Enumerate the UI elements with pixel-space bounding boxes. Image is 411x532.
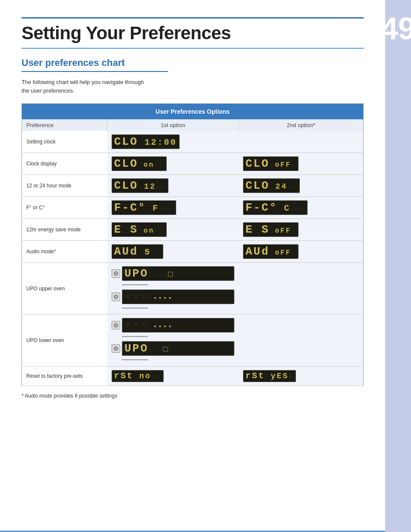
page-container: Setting Your Preferences User preference… <box>0 0 411 532</box>
col-opt2-header: 2nd option* <box>239 119 364 131</box>
col-opt1-header: 1st option <box>107 119 239 131</box>
section-underline <box>22 71 168 72</box>
row-label-energy-save: 12hr energy save mode <box>22 219 107 241</box>
row-label-fc: F° or C° <box>22 197 107 219</box>
row-label-upo-upper: UPO upper oven <box>22 263 107 314</box>
table-row: UPO upper oven UPO▪▪▪▪□ ▪▪▪▪▪▪▪▪▪▪▪▪▪▪▪▪… <box>22 263 364 314</box>
row-label-reset: Reset to factory pre-sets <box>22 366 107 386</box>
row-opt2-audio: AUd oFF▪ <box>239 241 364 263</box>
row-opt1-hour-mode: CLO 12▪▪ <box>107 175 239 197</box>
footnote: * Audio mode provides 6 possible setting… <box>22 393 364 399</box>
col-preference-header: Preference <box>22 119 107 131</box>
table-row: UPO lower oven ▪▪▪ ▪▪▪▪ ▪▪▪▪▪▪▪▪▪▪▪▪▪▪▪▪… <box>22 314 364 366</box>
row-opt1-reset: rSt no▪▪ <box>107 366 239 386</box>
row-label-upo-lower: UPO lower oven <box>22 314 107 366</box>
row-opt2-upo-lower <box>239 314 364 366</box>
table-row: Clock display CLO on▪▪ CLO oFF▪ <box>22 153 364 175</box>
table-row: Reset to factory pre-sets rSt no▪▪ rSt y… <box>22 366 364 386</box>
page-title: Setting Your Preferences <box>22 23 364 44</box>
row-opt2-energy-save: E□S oFF▪ <box>239 219 364 241</box>
section-heading: User preferences chart <box>22 57 364 68</box>
table-row: Audio mode* AUd 5▪▪ AUd oFF▪ <box>22 241 364 263</box>
row-opt1-upo-lower: ▪▪▪ ▪▪▪▪ ▪▪▪▪▪▪▪▪▪▪▪▪▪▪▪▪▪▪▪ UPO▪▪▪□ <box>107 314 239 366</box>
row-label-clock-display: Clock display <box>22 153 107 175</box>
row-opt1-fc: F-C° F▪▪▪ <box>107 197 239 219</box>
row-opt2-upo-upper <box>239 263 364 314</box>
top-divider <box>22 17 364 19</box>
table-row: 12 or 24 hour mode CLO 12▪▪ CLO 24▪▪ <box>22 175 364 197</box>
row-label-hour-mode: 12 or 24 hour mode <box>22 175 107 197</box>
preferences-table: User Preferences Options Preference 1st … <box>22 103 364 386</box>
page-number: 49 <box>381 13 411 44</box>
row-opt1-audio: AUd 5▪▪ <box>107 241 239 263</box>
row-opt1-setting-clock: CLO 12:00 <box>107 131 239 153</box>
row-opt1-upo-upper: UPO▪▪▪▪□ ▪▪▪▪▪▪▪▪▪▪▪▪▪▪▪▪▪▪▪ ▪▪▪ ▪▪▪▪ <box>107 263 239 314</box>
row-opt2-reset: rSt yES▪ <box>239 366 364 386</box>
row-opt1-clock-display: CLO on▪▪ <box>107 153 239 175</box>
sidebar: 49 <box>385 0 411 532</box>
table-row: F° or C° F-C° F▪▪▪ F-C° C▪▪▪ <box>22 197 364 219</box>
table-row: 12hr energy save mode E□S on▪▪ E□S oFF▪ <box>22 219 364 241</box>
row-opt2-clock-display: CLO oFF▪ <box>239 153 364 175</box>
row-opt1-energy-save: E□S on▪▪ <box>107 219 239 241</box>
row-opt2-setting-clock <box>239 131 364 153</box>
table-header: User Preferences Options <box>22 104 364 120</box>
row-label-setting-clock: Setting clock <box>22 131 107 153</box>
main-content: Setting Your Preferences User preference… <box>0 0 385 532</box>
section-description: The following chart will help you naviga… <box>22 78 364 95</box>
row-opt2-hour-mode: CLO 24▪▪ <box>239 175 364 197</box>
row-label-audio: Audio mode* <box>22 241 107 263</box>
row-opt2-fc: F-C° C▪▪▪ <box>239 197 364 219</box>
table-row: Setting clock CLO 12:00 <box>22 131 364 153</box>
title-divider <box>22 48 364 49</box>
